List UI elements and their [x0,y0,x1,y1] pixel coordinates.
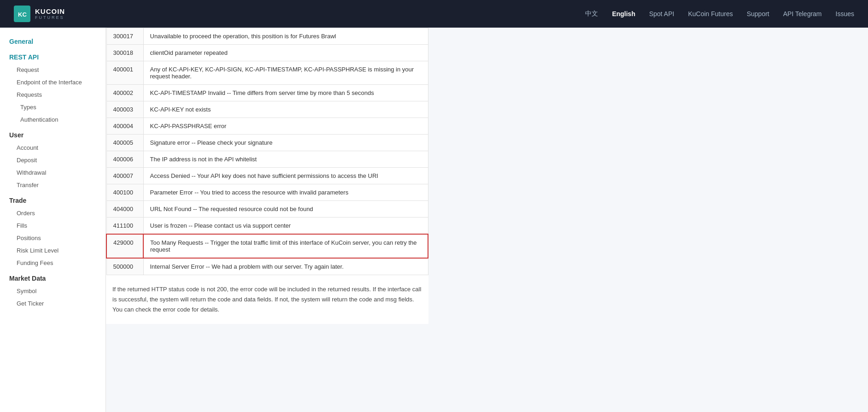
table-row: 400007Access Denied -- Your API key does… [106,168,428,184]
content-inner: 300017Unavailable to proceed the operati… [106,28,428,324]
nav-spot-api[interactable]: Spot API [649,10,674,18]
main-content: 300017Unavailable to proceed the operati… [106,28,868,412]
table-row: 400100Parameter Error -- You tried to ac… [106,184,428,201]
table-row: 400005Signature error -- Please check yo… [106,135,428,151]
sidebar-section-market-data: Market Data [0,269,106,285]
body-layout: General REST API Request Endpoint of the… [0,28,868,412]
sidebar-item-account[interactable]: Account [0,141,106,154]
sidebar-item-deposit[interactable]: Deposit [0,154,106,166]
error-code: 429000 [106,234,143,258]
sidebar-item-get-ticker[interactable]: Get Ticker [0,297,106,310]
error-message: KC-API-PASSPHRASE error [143,118,428,135]
sidebar-section-trade: Trade [0,191,106,207]
error-message: Signature error -- Please check your sig… [143,135,428,151]
error-message: Internal Server Error -- We had a proble… [143,258,428,275]
error-code: 400004 [106,118,143,135]
error-code: 400005 [106,135,143,151]
table-row: 400004KC-API-PASSPHRASE error [106,118,428,135]
nav-links: 中文 English Spot API KuCoin Futures Suppo… [585,10,854,18]
error-message: URL Not Found -- The requested resource … [143,201,428,218]
error-code: 400007 [106,168,143,184]
sidebar-section-rest-api[interactable]: REST API [0,48,106,64]
sidebar-item-request[interactable]: Request [0,64,106,76]
header: KC KUCOIN FUTURES 中文 English Spot API Ku… [0,0,868,28]
error-code: 404000 [106,201,143,218]
error-message: Unavailable to proceed the operation, th… [143,28,428,45]
error-code: 400001 [106,61,143,85]
nav-kucoin-futures[interactable]: KuCoin Futures [688,10,733,18]
nav-issues[interactable]: Issues [836,10,854,18]
table-row: 400001Any of KC-API-KEY, KC-API-SIGN, KC… [106,61,428,85]
error-code: 400002 [106,85,143,101]
table-row: 400006The IP address is not in the API w… [106,151,428,168]
nav-chinese[interactable]: 中文 [585,10,598,18]
error-message: clientOid parameter repeated [143,45,428,61]
footer-note: If the returned HTTP status code is not … [106,275,428,324]
sidebar: General REST API Request Endpoint of the… [0,28,106,412]
sidebar-item-endpoint[interactable]: Endpoint of the Interface [0,76,106,88]
error-message: Access Denied -- Your API key does not h… [143,168,428,184]
sidebar-item-positions[interactable]: Positions [0,232,106,244]
error-message: User is frozen -- Please contact us via … [143,218,428,235]
nav-api-telegram[interactable]: API Telegram [783,10,822,18]
error-code: 300017 [106,28,143,45]
sidebar-item-fills[interactable]: Fills [0,219,106,232]
table-row: 429000Too Many Requests -- Trigger the t… [106,234,428,258]
svg-text:KC: KC [18,11,27,18]
table-row: 300018clientOid parameter repeated [106,45,428,61]
error-message: Any of KC-API-KEY, KC-API-SIGN, KC-API-T… [143,61,428,85]
table-row: 411100User is frozen -- Please contact u… [106,218,428,235]
error-code: 300018 [106,45,143,61]
nav-support[interactable]: Support [747,10,769,18]
table-row: 400002KC-API-TIMESTAMP Invalid -- Time d… [106,85,428,101]
logo-area: KC KUCOIN FUTURES [14,6,65,22]
sidebar-item-types[interactable]: Types [0,101,106,113]
error-message: Parameter Error -- You tried to access t… [143,184,428,201]
sidebar-item-symbol[interactable]: Symbol [0,285,106,297]
error-code: 500000 [106,258,143,275]
error-code: 400003 [106,101,143,118]
error-code: 400006 [106,151,143,168]
logo-text: KUCOIN FUTURES [35,7,65,20]
sidebar-item-funding-fees[interactable]: Funding Fees [0,257,106,269]
error-message: Too Many Requests -- Trigger the total t… [143,234,428,258]
error-table: 300017Unavailable to proceed the operati… [106,28,428,275]
error-code: 411100 [106,218,143,235]
sidebar-section-general[interactable]: General [0,32,106,48]
sidebar-item-withdrawal[interactable]: Withdrawal [0,166,106,179]
error-code: 400100 [106,184,143,201]
sidebar-item-authentication[interactable]: Authentication [0,113,106,126]
table-row: 500000Internal Server Error -- We had a … [106,258,428,275]
table-row: 300017Unavailable to proceed the operati… [106,28,428,45]
sidebar-item-transfer[interactable]: Transfer [0,179,106,191]
table-row: 400003KC-API-KEY not exists [106,101,428,118]
table-row: 404000URL Not Found -- The requested res… [106,201,428,218]
sidebar-section-user: User [0,126,106,141]
error-message: KC-API-KEY not exists [143,101,428,118]
sidebar-item-orders[interactable]: Orders [0,207,106,219]
sidebar-item-requests[interactable]: Requests [0,88,106,101]
error-message: KC-API-TIMESTAMP Invalid -- Time differs… [143,85,428,101]
sidebar-item-risk-limit-level[interactable]: Risk Limit Level [0,244,106,257]
logo-icon: KC [14,6,30,22]
error-message: The IP address is not in the API whiteli… [143,151,428,168]
nav-english[interactable]: English [612,10,635,18]
